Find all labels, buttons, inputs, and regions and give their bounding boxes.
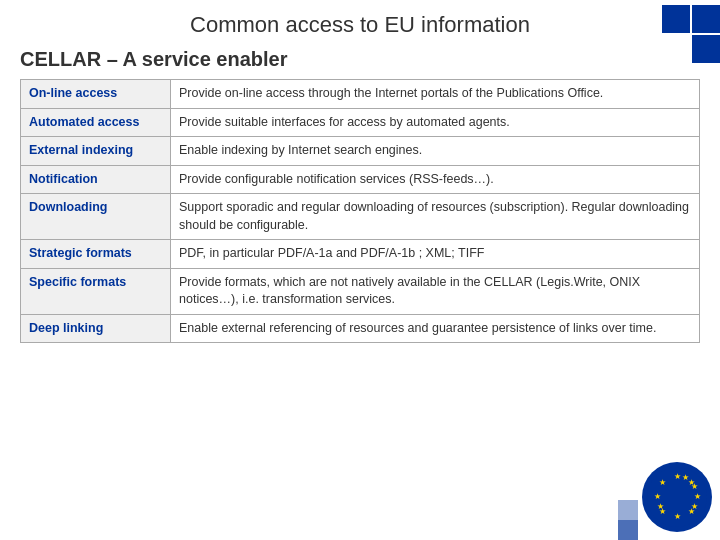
- row-description: Support sporadic and regular downloading…: [171, 194, 700, 240]
- row-label: Notification: [21, 165, 171, 194]
- table-row: Deep linkingEnable external referencing …: [21, 314, 700, 343]
- deco-pixel-1: [618, 520, 638, 540]
- table-row: NotificationProvide configurable notific…: [21, 165, 700, 194]
- table-row: Specific formatsProvide formats, which a…: [21, 268, 700, 314]
- row-label: Strategic formats: [21, 240, 171, 269]
- deco-square-1: [662, 5, 690, 33]
- svg-text:★: ★: [654, 492, 661, 501]
- row-label: Deep linking: [21, 314, 171, 343]
- row-description: Enable indexing by Internet search engin…: [171, 137, 700, 166]
- row-label: On-line access: [21, 80, 171, 109]
- table-row: Strategic formatsPDF, in particular PDF/…: [21, 240, 700, 269]
- table-row: Automated accessProvide suitable interfa…: [21, 108, 700, 137]
- eu-flag-area: ★ ★ ★ ★ ★ ★ ★ ★ ★ ★ ★ ★: [642, 462, 712, 532]
- row-label: Downloading: [21, 194, 171, 240]
- row-description: PDF, in particular PDF/A-1a and PDF/A-1b…: [171, 240, 700, 269]
- deco-top-right: [650, 0, 720, 60]
- row-description: Provide formats, which are not natively …: [171, 268, 700, 314]
- page-subtitle: CELLAR – A service enabler: [20, 48, 700, 71]
- deco-square-2: [692, 5, 720, 33]
- table-row: On-line accessProvide on-line access thr…: [21, 80, 700, 109]
- svg-text:★: ★: [682, 473, 689, 482]
- table-row: DownloadingSupport sporadic and regular …: [21, 194, 700, 240]
- row-description: Provide suitable interfaces for access b…: [171, 108, 700, 137]
- svg-text:★: ★: [674, 512, 681, 521]
- deco-square-3: [692, 35, 720, 63]
- svg-text:★: ★: [691, 502, 698, 511]
- row-description: Enable external referencing of resources…: [171, 314, 700, 343]
- row-label: Automated access: [21, 108, 171, 137]
- row-label: External indexing: [21, 137, 171, 166]
- svg-text:★: ★: [694, 492, 701, 501]
- eu-flag: ★ ★ ★ ★ ★ ★ ★ ★ ★ ★ ★ ★: [642, 462, 712, 532]
- svg-text:★: ★: [657, 502, 664, 511]
- svg-text:★: ★: [674, 472, 681, 481]
- main-content: Common access to EU information CELLAR –…: [0, 0, 720, 353]
- svg-text:★: ★: [691, 482, 698, 491]
- page-title: Common access to EU information: [20, 12, 700, 38]
- deco-pixel-2: [618, 500, 638, 520]
- row-label: Specific formats: [21, 268, 171, 314]
- service-table: On-line accessProvide on-line access thr…: [20, 79, 700, 343]
- row-description: Provide configurable notification servic…: [171, 165, 700, 194]
- page-container: Common access to EU information CELLAR –…: [0, 0, 720, 540]
- svg-text:★: ★: [659, 478, 666, 487]
- table-row: External indexingEnable indexing by Inte…: [21, 137, 700, 166]
- eu-flag-svg: ★ ★ ★ ★ ★ ★ ★ ★ ★ ★ ★ ★: [647, 467, 707, 527]
- row-description: Provide on-line access through the Inter…: [171, 80, 700, 109]
